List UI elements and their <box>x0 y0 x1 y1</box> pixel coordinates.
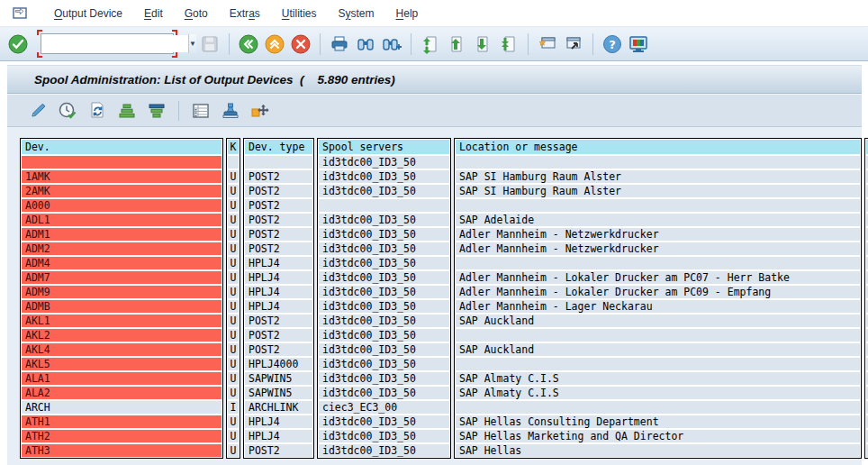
cell-spool_server[interactable]: id3tdc00_ID3_50 <box>319 300 449 313</box>
cell-spool_server[interactable]: id3tdc00_ID3_50 <box>319 444 449 457</box>
cell-dev[interactable]: 1AMK <box>22 170 222 183</box>
column-header-dev[interactable]: Dev. <box>22 140 222 154</box>
cell-spool_server[interactable]: id3tdc00_ID3_50 <box>319 415 449 428</box>
cell-dev[interactable]: ADL1 <box>22 214 222 226</box>
cell-location[interactable]: Adler Mannheim - Lokaler Drucker am PC09… <box>456 286 860 298</box>
cell-location[interactable]: Adler Mannheim - Lokaler Drucker am PC07… <box>456 271 860 284</box>
cell-k[interactable]: U <box>228 228 239 241</box>
cell-dev[interactable]: ADM9 <box>22 286 222 298</box>
cell-dev_type[interactable]: HPLJ4 <box>245 300 312 313</box>
cell-k[interactable]: U <box>228 430 239 442</box>
cell-spool_server[interactable]: id3tdc00_ID3_50 <box>319 156 449 169</box>
cell-dev_type[interactable]: HPLJ4 <box>245 286 312 298</box>
cell-spool_server[interactable] <box>319 199 449 212</box>
cell-dev_type[interactable]: HPLJ4 <box>245 257 312 269</box>
create-shortcut-button[interactable] <box>563 33 584 55</box>
cell-spool_server[interactable]: id3tdc00_ID3_50 <box>319 343 449 356</box>
cell-dev[interactable]: ADMB <box>22 300 222 313</box>
enter-button[interactable] <box>7 33 29 55</box>
cell-spool_server[interactable]: id3tdc00_ID3_50 <box>319 430 449 442</box>
next-page-button[interactable] <box>472 33 493 55</box>
menu-output-device[interactable]: Output Device <box>43 4 133 23</box>
cell-k[interactable]: I <box>228 401 239 414</box>
cell-dev_type[interactable]: POST2 <box>245 214 312 226</box>
cell-location[interactable]: SAP Almaty C.I.S <box>456 372 860 385</box>
first-page-button[interactable] <box>420 33 441 55</box>
cell-dev_type[interactable] <box>245 156 312 169</box>
cell-k[interactable]: U <box>228 271 239 284</box>
cell-k[interactable]: U <box>228 315 239 327</box>
cell-dev[interactable]: AKL1 <box>22 315 222 327</box>
exit-button[interactable] <box>264 33 285 55</box>
cell-location[interactable] <box>456 257 860 269</box>
find-next-button[interactable] <box>381 33 402 55</box>
change-button[interactable] <box>27 100 49 122</box>
cell-dev_type[interactable]: POST2 <box>245 185 312 197</box>
cell-spool_server[interactable]: id3tdc00_ID3_50 <box>319 271 449 284</box>
menu-utilities[interactable]: Utilities <box>271 4 328 23</box>
cell-k[interactable]: U <box>228 257 239 269</box>
cancel-button[interactable] <box>290 33 312 55</box>
layout-list-button[interactable] <box>190 100 212 122</box>
back-button[interactable] <box>238 33 259 55</box>
cell-location[interactable] <box>456 329 860 342</box>
cell-dev[interactable]: AKL4 <box>22 343 222 356</box>
cell-k[interactable]: U <box>228 415 239 428</box>
cell-spool_server[interactable]: id3tdc00_ID3_50 <box>319 358 449 370</box>
cell-spool_server[interactable]: id3tdc00_ID3_50 <box>319 372 449 385</box>
cell-spool_server[interactable]: id3tdc00_ID3_50 <box>319 387 449 399</box>
cell-dev_type[interactable]: SAPWIN5 <box>245 387 312 399</box>
cell-dev[interactable] <box>22 156 222 169</box>
column-header-k[interactable]: K <box>228 140 239 154</box>
cell-location[interactable]: SAP Hellas Consulting Department <box>456 415 860 428</box>
cell-dev[interactable]: ALA1 <box>22 372 222 385</box>
menu-edit[interactable]: Edit <box>133 4 174 23</box>
cell-k[interactable]: U <box>228 242 239 255</box>
cell-dev_type[interactable]: POST2 <box>245 170 312 183</box>
cell-k[interactable]: U <box>228 387 239 399</box>
menu-help[interactable]: Help <box>385 4 429 23</box>
cell-location[interactable] <box>456 156 860 169</box>
cell-k[interactable] <box>228 156 239 169</box>
find-button[interactable] <box>355 33 376 55</box>
cell-location[interactable]: SAP Adelaide <box>456 214 860 226</box>
cell-k[interactable]: U <box>228 170 239 183</box>
cell-location[interactable] <box>456 401 860 414</box>
column-header-spool_server[interactable]: Spool servers <box>319 140 449 154</box>
save-button[interactable] <box>199 33 221 55</box>
cell-dev_type[interactable]: POST2 <box>245 444 312 457</box>
cell-dev[interactable]: ADM2 <box>22 242 222 255</box>
cell-spool_server[interactable]: id3tdc00_ID3_50 <box>319 315 449 327</box>
print-button[interactable] <box>329 33 350 55</box>
cell-spool_server[interactable]: id3tdc00_ID3_50 <box>319 242 449 255</box>
cell-dev_type[interactable]: POST2 <box>245 199 312 212</box>
menu-extras[interactable]: Extras <box>219 4 271 23</box>
cell-dev_type[interactable]: POST2 <box>245 242 312 255</box>
cell-location[interactable]: SAP Auckland <box>456 315 860 327</box>
cell-dev[interactable]: ADM4 <box>22 257 222 269</box>
cell-k[interactable]: U <box>228 199 239 212</box>
cell-spool_server[interactable]: id3tdc00_ID3_50 <box>319 214 449 226</box>
cell-dev[interactable]: AKL5 <box>22 358 222 370</box>
cell-location[interactable] <box>456 358 860 370</box>
cell-k[interactable]: U <box>228 185 239 197</box>
cell-location[interactable]: Adler Mannheim - Netzwerkdrucker <box>456 242 860 255</box>
command-input[interactable] <box>41 35 188 52</box>
cell-location[interactable]: SAP Hellas <box>456 444 860 457</box>
cell-spool_server[interactable]: id3tdc00_ID3_50 <box>319 329 449 342</box>
cell-k[interactable]: U <box>228 372 239 385</box>
cell-dev[interactable]: AKL2 <box>22 329 222 342</box>
cell-k[interactable]: U <box>228 444 239 457</box>
cell-location[interactable]: SAP SI Hamburg Raum Alster <box>456 170 860 183</box>
cell-dev_type[interactable]: POST2 <box>245 228 312 241</box>
cell-k[interactable]: U <box>228 358 239 370</box>
menu-goto[interactable]: Goto <box>174 4 219 23</box>
cell-dev_type[interactable]: SAPWIN5 <box>245 372 312 385</box>
cell-location[interactable]: SAP Almaty C.I.S <box>456 387 860 399</box>
sort-ascending-button[interactable] <box>116 100 138 122</box>
cell-k[interactable]: U <box>228 329 239 342</box>
cell-location[interactable] <box>456 199 860 212</box>
cell-k[interactable]: U <box>228 286 239 298</box>
cell-k[interactable]: U <box>228 343 239 356</box>
cell-spool_server[interactable]: ciec3_EC3_00 <box>319 401 449 414</box>
